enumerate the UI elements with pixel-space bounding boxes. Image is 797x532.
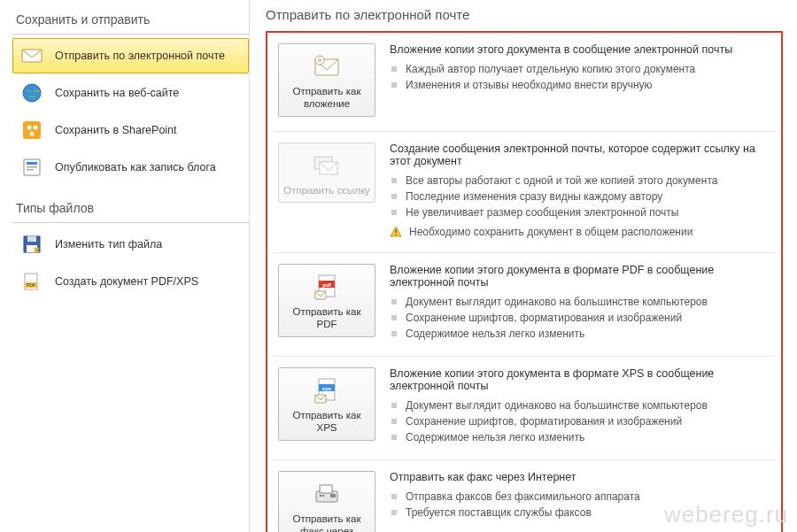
sidebar-item-save-sharepoint[interactable]: Сохранить в SharePoint [12,112,249,148]
option-heading: Отправить как факс через Интернет [390,471,770,483]
send-as-xps-button[interactable]: xps Отправить как XPS [278,367,375,441]
warning-icon [390,226,402,238]
sidebar-section-file-types: Типы файлов [12,196,249,223]
bullet-item: Сохранение шрифтов, форматирования и изо… [406,310,770,326]
option-heading: Вложение копии этого документа в сообщен… [390,43,770,56]
sidebar-section-save-send: Сохранить и отправить [12,7,249,35]
bullet-item: Содержимое нельзя легко изменить [406,326,770,342]
svg-rect-11 [27,236,36,242]
bullet-item: Все авторы работают с одной и той же коп… [406,173,770,189]
svg-point-3 [27,126,32,130]
svg-point-34 [322,495,324,497]
svg-rect-2 [23,121,41,139]
svg-point-33 [320,495,321,497]
option-send-as-attachment: Отправить как вложение Вложение копии эт… [273,38,776,132]
svg-rect-31 [320,485,332,493]
svg-text:pdf: pdf [322,281,331,287]
button-label: Отправить ссылку [282,184,371,197]
sidebar-item-label: Сохранить на веб-сайте [55,87,179,99]
button-label: Отправить как PDF [282,305,371,331]
send-as-fax-button[interactable]: Отправить как факс через Интернет [278,471,375,532]
bullet-item: Каждый автор получает отдельную копию эт… [406,61,770,77]
blog-icon [21,157,43,178]
button-label: Отправить как XPS [282,409,371,435]
bullet-item: Документ выглядит одинаково на большинст… [406,294,770,310]
bullet-item: Сохранение шрифтов, форматирования и изо… [406,413,770,429]
option-send-as-fax: Отправить как факс через Интернет Отправ… [273,466,776,532]
svg-text:PDF: PDF [27,282,35,288]
sidebar: Сохранить и отправить Отправить по элект… [0,0,250,532]
sidebar-item-label: Сохранить в SharePoint [55,124,177,136]
bullet-item: Изменения и отзывы необходимо внести вру… [406,77,770,93]
bullet-item: Отправка факсов без факсимильного аппара… [406,489,770,505]
warning-text: Необходимо сохранить документ в общем ра… [409,226,693,238]
option-send-as-xps: xps Отправить как XPS Вложение копии это… [273,362,776,460]
xps-icon: xps [282,375,371,405]
sidebar-item-save-web[interactable]: Сохранить на веб-сайте [12,75,249,111]
option-send-as-pdf: pdf Отправить как PDF Вложение копии это… [273,258,776,357]
sidebar-item-label: Опубликовать как запись блога [55,161,216,173]
send-link-button: Отправить ссылку [278,143,375,203]
option-heading: Вложение копии этого документа в формате… [390,264,770,289]
svg-point-4 [34,126,38,130]
sidebar-item-label: Создать документ PDF/XPS [55,275,198,288]
button-label: Отправить как факс через Интернет [282,513,371,532]
svg-point-1 [23,84,41,102]
globe-icon [21,82,43,104]
svg-point-17 [315,56,324,65]
option-heading: Вложение копии этого документа в формате… [390,367,770,392]
sidebar-item-label: Отправить по электронной почте [55,50,225,62]
link-envelopes-icon [282,150,371,181]
option-heading: Создание сообщения электронной почты, ко… [390,143,770,167]
bullet-item: Содержимое нельзя легко изменить [406,429,770,445]
send-as-attachment-button[interactable]: Отправить как вложение [278,43,375,117]
send-as-pdf-button[interactable]: pdf Отправить как PDF [278,264,375,337]
svg-rect-19 [320,162,337,174]
svg-rect-20 [395,229,396,233]
save-disk-icon [21,234,43,255]
main-title: Отправить по электронной почте [266,7,783,31]
sharepoint-icon [21,120,43,141]
bullet-item: Последние изменения сразу видны каждому … [406,189,770,204]
envelope-icon [21,45,43,66]
option-bullets: Отправка факсов без факсимильного аппара… [390,489,770,520]
sidebar-item-change-file-type[interactable]: Изменить тип файла [12,227,249,262]
svg-rect-7 [27,162,37,165]
sidebar-item-send-email[interactable]: Отправить по электронной почте [12,38,249,73]
svg-rect-8 [27,166,37,168]
svg-rect-9 [27,169,34,171]
option-send-link: Отправить ссылку Создание сообщения элек… [273,137,776,253]
svg-point-5 [30,132,35,136]
option-bullets: Все авторы работают с одной и той же коп… [390,173,770,220]
sidebar-item-label: Изменить тип файла [55,238,162,251]
sidebar-item-publish-blog[interactable]: Опубликовать как запись блога [12,150,249,185]
option-bullets: Документ выглядит одинаково на большинст… [390,294,770,342]
email-options-box: Отправить как вложение Вложение копии эт… [266,31,783,532]
pdf-xps-icon: PDF [21,271,43,292]
bullet-item: Документ выглядит одинаково на большинст… [406,397,770,413]
main-panel: Отправить по электронной почте Отправить… [250,0,797,532]
sidebar-item-create-pdf-xps[interactable]: PDF Создать документ PDF/XPS [12,264,249,299]
svg-rect-21 [395,234,396,235]
option-warning: Необходимо сохранить документ в общем ра… [390,226,770,238]
bullet-item: Не увеличивает размер сообщения электрон… [406,204,770,220]
option-bullets: Документ выглядит одинаково на большинст… [390,397,770,445]
svg-rect-32 [330,494,336,497]
bullet-item: Требуется поставщик службы факсов [406,505,770,520]
option-bullets: Каждый автор получает отдельную копию эт… [390,61,770,93]
pdf-icon: pdf [282,272,371,302]
button-label: Отправить как вложение [282,85,371,111]
attachment-icon [282,51,371,81]
fax-icon [282,479,371,509]
svg-text:xps: xps [322,385,332,390]
